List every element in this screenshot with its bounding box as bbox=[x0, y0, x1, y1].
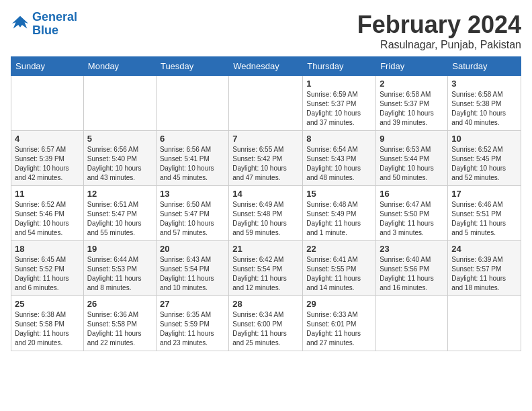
day-number: 26 bbox=[87, 299, 152, 309]
calendar-cell: 19Sunrise: 6:44 AMSunset: 5:53 PMDayligh… bbox=[83, 241, 156, 296]
day-info: Sunrise: 6:55 AMSunset: 5:42 PMDaylight:… bbox=[232, 145, 299, 183]
day-info: Sunrise: 6:56 AMSunset: 5:40 PMDaylight:… bbox=[87, 145, 152, 183]
calendar-cell bbox=[156, 76, 228, 131]
weekday-header-tuesday: Tuesday bbox=[156, 57, 228, 76]
day-number: 14 bbox=[232, 189, 299, 199]
calendar-cell: 2Sunrise: 6:58 AMSunset: 5:37 PMDaylight… bbox=[376, 76, 448, 131]
weekday-header-thursday: Thursday bbox=[303, 57, 376, 76]
day-number: 5 bbox=[87, 134, 152, 144]
day-info: Sunrise: 6:52 AMSunset: 5:46 PMDaylight:… bbox=[15, 200, 80, 238]
day-number: 16 bbox=[380, 189, 444, 199]
day-info: Sunrise: 6:41 AMSunset: 5:55 PMDaylight:… bbox=[306, 255, 372, 293]
day-info: Sunrise: 6:38 AMSunset: 5:58 PMDaylight:… bbox=[15, 310, 80, 348]
day-info: Sunrise: 6:49 AMSunset: 5:48 PMDaylight:… bbox=[232, 200, 299, 238]
day-number: 6 bbox=[160, 134, 225, 144]
day-number: 12 bbox=[87, 189, 152, 199]
calendar-cell bbox=[11, 76, 84, 131]
day-number: 22 bbox=[306, 244, 372, 254]
calendar-cell: 4Sunrise: 6:57 AMSunset: 5:39 PMDaylight… bbox=[11, 131, 84, 186]
calendar-cell: 27Sunrise: 6:35 AMSunset: 5:59 PMDayligh… bbox=[156, 296, 228, 351]
day-number: 11 bbox=[15, 189, 80, 199]
calendar-cell: 28Sunrise: 6:34 AMSunset: 6:00 PMDayligh… bbox=[229, 296, 303, 351]
day-info: Sunrise: 6:54 AMSunset: 5:43 PMDaylight:… bbox=[306, 145, 372, 183]
calendar-cell: 21Sunrise: 6:42 AMSunset: 5:54 PMDayligh… bbox=[229, 241, 303, 296]
weekday-header-sunday: Sunday bbox=[11, 57, 84, 76]
day-number: 21 bbox=[232, 244, 299, 254]
calendar-cell: 8Sunrise: 6:54 AMSunset: 5:43 PMDaylight… bbox=[303, 131, 376, 186]
calendar-cell: 9Sunrise: 6:53 AMSunset: 5:44 PMDaylight… bbox=[376, 131, 448, 186]
month-title: February 2024 bbox=[357, 11, 521, 39]
calendar-cell bbox=[229, 76, 303, 131]
calendar-week-4: 18Sunrise: 6:45 AMSunset: 5:52 PMDayligh… bbox=[11, 241, 521, 296]
calendar-table: SundayMondayTuesdayWednesdayThursdayFrid… bbox=[11, 56, 521, 351]
day-number: 2 bbox=[380, 79, 444, 89]
calendar-cell: 10Sunrise: 6:52 AMSunset: 5:45 PMDayligh… bbox=[448, 131, 521, 186]
calendar-cell: 12Sunrise: 6:51 AMSunset: 5:47 PMDayligh… bbox=[83, 186, 156, 241]
weekday-header-saturday: Saturday bbox=[448, 57, 521, 76]
svg-marker-0 bbox=[12, 16, 28, 29]
calendar-cell: 18Sunrise: 6:45 AMSunset: 5:52 PMDayligh… bbox=[11, 241, 84, 296]
day-info: Sunrise: 6:57 AMSunset: 5:39 PMDaylight:… bbox=[15, 145, 80, 183]
calendar-cell: 11Sunrise: 6:52 AMSunset: 5:46 PMDayligh… bbox=[11, 186, 84, 241]
calendar-cell bbox=[448, 296, 521, 351]
day-info: Sunrise: 6:50 AMSunset: 5:47 PMDaylight:… bbox=[160, 200, 225, 238]
day-info: Sunrise: 6:46 AMSunset: 5:51 PMDaylight:… bbox=[451, 200, 517, 238]
day-info: Sunrise: 6:39 AMSunset: 5:57 PMDaylight:… bbox=[451, 255, 517, 293]
day-info: Sunrise: 6:43 AMSunset: 5:54 PMDaylight:… bbox=[160, 255, 225, 293]
day-info: Sunrise: 6:40 AMSunset: 5:56 PMDaylight:… bbox=[380, 255, 444, 293]
day-number: 4 bbox=[15, 134, 80, 144]
calendar-cell bbox=[83, 76, 156, 131]
calendar-cell: 25Sunrise: 6:38 AMSunset: 5:58 PMDayligh… bbox=[11, 296, 84, 351]
day-info: Sunrise: 6:52 AMSunset: 5:45 PMDaylight:… bbox=[451, 145, 517, 183]
calendar-cell: 16Sunrise: 6:47 AMSunset: 5:50 PMDayligh… bbox=[376, 186, 448, 241]
calendar-cell bbox=[376, 296, 448, 351]
calendar-week-5: 25Sunrise: 6:38 AMSunset: 5:58 PMDayligh… bbox=[11, 296, 521, 351]
day-number: 8 bbox=[306, 134, 372, 144]
logo: General Blue bbox=[11, 11, 77, 38]
calendar-cell: 26Sunrise: 6:36 AMSunset: 5:58 PMDayligh… bbox=[83, 296, 156, 351]
calendar-cell: 17Sunrise: 6:46 AMSunset: 5:51 PMDayligh… bbox=[448, 186, 521, 241]
logo-line2: Blue bbox=[32, 24, 58, 37]
weekday-header-wednesday: Wednesday bbox=[229, 57, 303, 76]
day-info: Sunrise: 6:44 AMSunset: 5:53 PMDaylight:… bbox=[87, 255, 152, 293]
day-number: 23 bbox=[380, 244, 444, 254]
calendar-cell: 13Sunrise: 6:50 AMSunset: 5:47 PMDayligh… bbox=[156, 186, 228, 241]
day-number: 18 bbox=[15, 244, 80, 254]
day-info: Sunrise: 6:35 AMSunset: 5:59 PMDaylight:… bbox=[160, 310, 225, 348]
calendar-week-2: 4Sunrise: 6:57 AMSunset: 5:39 PMDaylight… bbox=[11, 131, 521, 186]
day-info: Sunrise: 6:58 AMSunset: 5:37 PMDaylight:… bbox=[380, 90, 444, 128]
calendar-cell: 22Sunrise: 6:41 AMSunset: 5:55 PMDayligh… bbox=[303, 241, 376, 296]
day-info: Sunrise: 6:45 AMSunset: 5:52 PMDaylight:… bbox=[15, 255, 80, 293]
day-info: Sunrise: 6:56 AMSunset: 5:41 PMDaylight:… bbox=[160, 145, 225, 183]
location-subtitle: Rasulnagar, Punjab, Pakistan bbox=[357, 39, 521, 51]
day-number: 25 bbox=[15, 299, 80, 309]
calendar-cell: 14Sunrise: 6:49 AMSunset: 5:48 PMDayligh… bbox=[229, 186, 303, 241]
day-info: Sunrise: 6:59 AMSunset: 5:37 PMDaylight:… bbox=[306, 90, 372, 128]
day-info: Sunrise: 6:51 AMSunset: 5:47 PMDaylight:… bbox=[87, 200, 152, 238]
day-info: Sunrise: 6:34 AMSunset: 6:00 PMDaylight:… bbox=[232, 310, 299, 348]
day-number: 24 bbox=[451, 244, 517, 254]
calendar-week-3: 11Sunrise: 6:52 AMSunset: 5:46 PMDayligh… bbox=[11, 186, 521, 241]
calendar-cell: 23Sunrise: 6:40 AMSunset: 5:56 PMDayligh… bbox=[376, 241, 448, 296]
weekday-header-row: SundayMondayTuesdayWednesdayThursdayFrid… bbox=[11, 57, 521, 76]
calendar-week-1: 1Sunrise: 6:59 AMSunset: 5:37 PMDaylight… bbox=[11, 76, 521, 131]
logo-text: General Blue bbox=[32, 11, 77, 38]
weekday-header-friday: Friday bbox=[376, 57, 448, 76]
day-number: 9 bbox=[380, 134, 444, 144]
day-info: Sunrise: 6:47 AMSunset: 5:50 PMDaylight:… bbox=[380, 200, 444, 238]
day-number: 29 bbox=[306, 299, 372, 309]
day-info: Sunrise: 6:58 AMSunset: 5:38 PMDaylight:… bbox=[451, 90, 517, 128]
calendar-cell: 3Sunrise: 6:58 AMSunset: 5:38 PMDaylight… bbox=[448, 76, 521, 131]
calendar-cell: 15Sunrise: 6:48 AMSunset: 5:49 PMDayligh… bbox=[303, 186, 376, 241]
title-area: February 2024 Rasulnagar, Punjab, Pakist… bbox=[357, 11, 521, 51]
calendar-cell: 20Sunrise: 6:43 AMSunset: 5:54 PMDayligh… bbox=[156, 241, 228, 296]
calendar-cell: 5Sunrise: 6:56 AMSunset: 5:40 PMDaylight… bbox=[83, 131, 156, 186]
day-number: 28 bbox=[232, 299, 299, 309]
day-number: 27 bbox=[160, 299, 225, 309]
calendar-cell: 7Sunrise: 6:55 AMSunset: 5:42 PMDaylight… bbox=[229, 131, 303, 186]
day-number: 1 bbox=[306, 79, 372, 89]
day-number: 17 bbox=[451, 189, 517, 199]
calendar-cell: 1Sunrise: 6:59 AMSunset: 5:37 PMDaylight… bbox=[303, 76, 376, 131]
day-number: 20 bbox=[160, 244, 225, 254]
day-info: Sunrise: 6:33 AMSunset: 6:01 PMDaylight:… bbox=[306, 310, 372, 348]
